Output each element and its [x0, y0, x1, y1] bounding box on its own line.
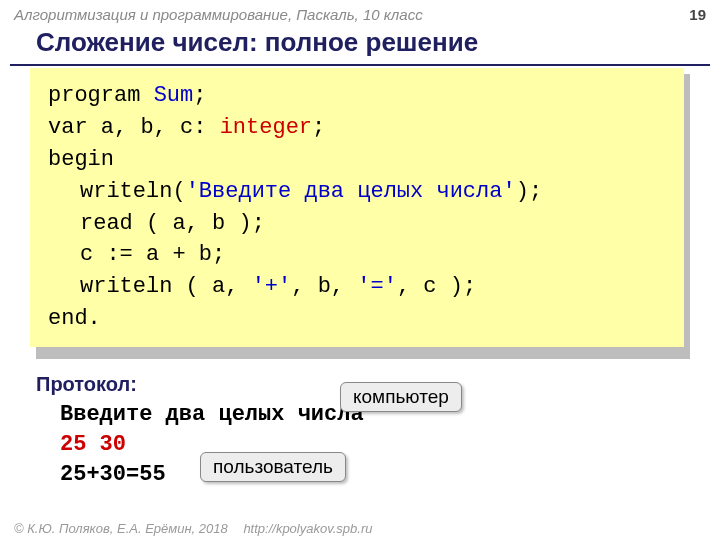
- callout-user: пользователь: [200, 452, 346, 482]
- protocol-output: Введите два целых числа 25 30 25+30=55: [60, 400, 720, 489]
- code-line: writeln ( a, '+', b, '=', c );: [48, 271, 666, 303]
- page-number: 19: [689, 6, 706, 23]
- code-line: writeln('Введите два целых числа');: [48, 176, 666, 208]
- page-title: Сложение чисел: полное решение: [10, 25, 710, 66]
- code-line: var a, b, c: integer;: [48, 112, 666, 144]
- footer-url: http://kpolyakov.spb.ru: [243, 521, 372, 536]
- slide-footer: © К.Ю. Поляков, Е.А. Ерёмин, 2018 http:/…: [14, 521, 372, 536]
- slide-header: Алгоритмизация и программирование, Паска…: [0, 0, 720, 25]
- code-line: program Sum;: [48, 80, 666, 112]
- footer-copyright: © К.Ю. Поляков, Е.А. Ерёмин, 2018: [14, 521, 228, 536]
- code-line: end.: [48, 303, 666, 335]
- code-line: c := a + b;: [48, 239, 666, 271]
- protocol-line-result: 25+30=55: [60, 460, 720, 490]
- callout-computer: компьютер: [340, 382, 462, 412]
- protocol-line-input: 25 30: [60, 430, 720, 460]
- code-line: begin: [48, 144, 666, 176]
- code-block-shadow: program Sum; var a, b, c: integer; begin…: [36, 74, 690, 359]
- breadcrumb: Алгоритмизация и программирование, Паска…: [14, 6, 423, 23]
- code-line: read ( a, b );: [48, 208, 666, 240]
- code-block: program Sum; var a, b, c: integer; begin…: [30, 68, 684, 347]
